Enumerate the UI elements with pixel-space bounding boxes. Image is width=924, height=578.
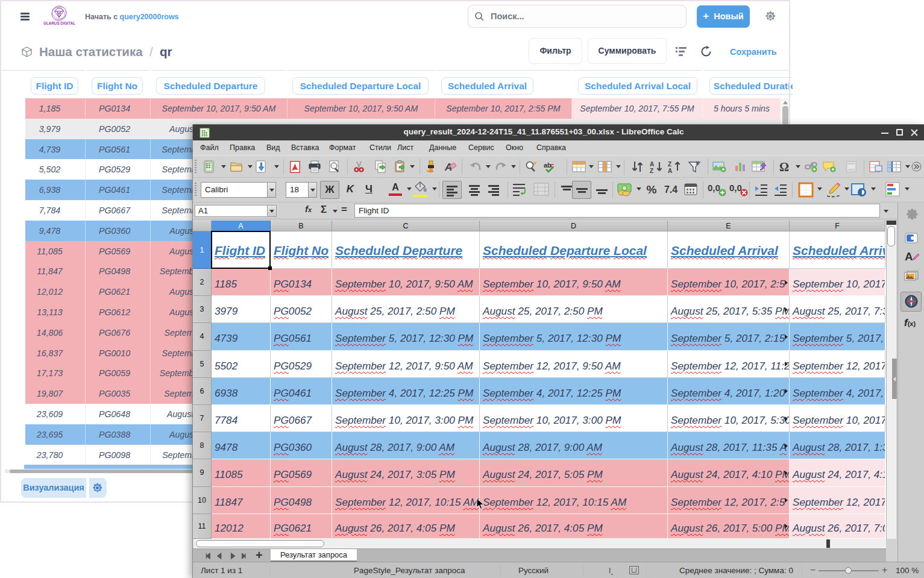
- svg-text:Z: Z: [668, 161, 671, 168]
- svg-text:A: A: [668, 168, 672, 174]
- svg-text:Ω: Ω: [779, 160, 789, 174]
- svg-text:A: A: [650, 161, 654, 168]
- svg-text:Z: Z: [650, 168, 653, 174]
